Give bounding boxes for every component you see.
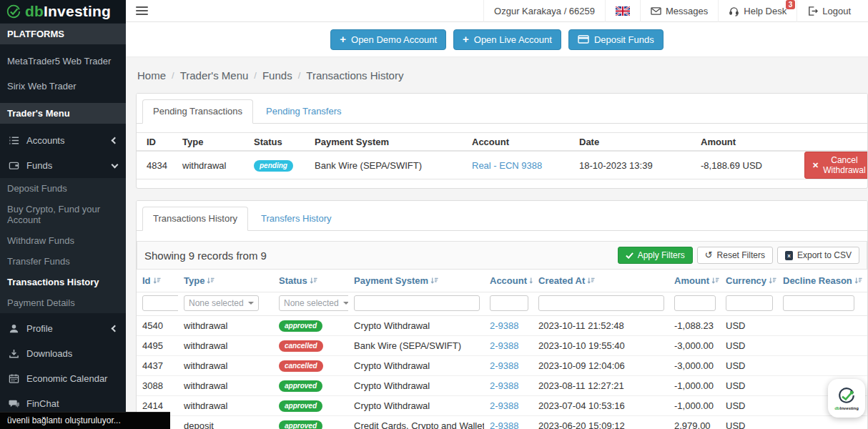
cell-id: 4437: [137, 356, 178, 376]
column-header-id[interactable]: Id: [137, 270, 178, 292]
column-header-amount: Amount: [701, 137, 804, 147]
tab-transfers-history[interactable]: Transfers History: [250, 207, 342, 230]
account-link[interactable]: 2-9388: [490, 340, 518, 351]
logout-button[interactable]: Logout: [797, 0, 861, 22]
cell-amount: -1,000.00: [669, 396, 720, 416]
account-link[interactable]: 2-9388: [490, 380, 518, 391]
filter-id-input[interactable]: [142, 295, 178, 311]
brand-logo-icon: [6, 4, 21, 19]
cell-amount: -8,188.69 USD: [701, 160, 804, 171]
account-link[interactable]: 2-9388: [490, 420, 518, 429]
headset-icon: [729, 6, 739, 16]
cell-amount: -1,088.23: [669, 316, 720, 336]
tab-pending-transfers[interactable]: Pending Transfers: [255, 99, 352, 123]
deposit-funds-button[interactable]: Deposit Funds: [568, 29, 664, 50]
sort-icon: [153, 277, 161, 285]
account-link[interactable]: 2-9388: [490, 360, 518, 371]
column-header-type: Type: [182, 137, 254, 147]
sidebar-item-accounts[interactable]: Accounts: [0, 128, 126, 153]
filter-amount-input[interactable]: [674, 295, 716, 311]
column-header-status[interactable]: Status: [273, 270, 348, 292]
table-row: 4437withdrawalcancelledCrypto Withdrawal…: [137, 356, 867, 376]
tab-pending-transactions[interactable]: Pending Transactions: [142, 99, 253, 124]
sidebar-item-label: Funds: [26, 160, 105, 171]
column-header-account: Account: [472, 137, 579, 147]
cancel-withdrawal-button[interactable]: ✕ Cancel Withdrawal: [804, 152, 868, 179]
filter-payment-system-input[interactable]: [354, 295, 480, 311]
sidebar-item-withdraw-funds[interactable]: Withdraw Funds: [0, 230, 126, 251]
app-window: dbInvesting PLATFORMS MetaTrader5 Web Tr…: [0, 0, 868, 429]
sidebar-item-sirix[interactable]: Sirix Web Trader: [0, 74, 126, 99]
sort-icon: [310, 277, 317, 285]
pending-transactions-card: Pending Transactions Pending Transfers I…: [136, 93, 868, 189]
cell-currency: USD: [720, 316, 777, 336]
account-link[interactable]: 2-9388: [490, 320, 518, 331]
brand-logo[interactable]: dbInvesting: [0, 0, 126, 23]
filter-status-dropdown[interactable]: None selected: [279, 295, 348, 311]
cell-account: 2-9388: [484, 376, 533, 396]
language-selector[interactable]: [605, 0, 640, 22]
help-desk-badge: 3: [786, 0, 796, 9]
account-link[interactable]: Real - ECN 9388: [472, 160, 542, 171]
action-band: + Open Demo Account + Open Live Account …: [126, 22, 868, 57]
export-csv-button[interactable]: x Export to CSV: [777, 247, 859, 264]
sort-icon: [430, 277, 438, 285]
column-header-date: Date: [579, 137, 701, 147]
user-menu[interactable]: Ozgur Karakaya / 66259: [483, 0, 605, 22]
apply-filters-button[interactable]: Apply Filters: [618, 247, 693, 264]
open-live-account-button[interactable]: + Open Live Account: [453, 29, 561, 50]
cell-type: withdrawal: [178, 316, 273, 336]
cell-type: deposit: [178, 416, 273, 429]
column-header-amount[interactable]: Amount: [669, 270, 720, 292]
column-header-created-at[interactable]: Created At: [533, 270, 669, 292]
table-row: 2338depositapprovedCredit Cards, Crypto …: [137, 416, 867, 429]
sidebar-item-funds[interactable]: Funds: [0, 153, 126, 178]
chevron-down-icon: [112, 161, 119, 168]
breadcrumb-home[interactable]: Home: [137, 69, 166, 82]
filter-currency-input[interactable]: [726, 295, 773, 311]
cell-decline-reason: [777, 356, 867, 376]
reset-filters-button[interactable]: ↺ Reset Filters: [697, 247, 773, 264]
sidebar-item-downloads[interactable]: Downloads: [0, 341, 126, 366]
breadcrumb-funds[interactable]: Funds: [262, 69, 292, 82]
account-link[interactable]: 2-9388: [490, 400, 518, 411]
sidebar-item-transactions-history[interactable]: Transactions History: [0, 272, 126, 292]
sidebar-item-transfer-funds[interactable]: Transfer Funds: [0, 251, 126, 272]
breadcrumb-traders-menu[interactable]: Trader's Menu: [180, 69, 249, 82]
cell-amount: -3,000.00: [669, 356, 720, 376]
breadcrumb-current: Transactions History: [306, 69, 403, 82]
sidebar-item-buy-crypto[interactable]: Buy Crypto, Fund your Account: [0, 199, 126, 230]
cell-currency: USD: [720, 376, 777, 396]
sidebar-item-economic-calendar[interactable]: Economic Calendar: [0, 366, 126, 391]
open-demo-account-button[interactable]: + Open Demo Account: [330, 29, 446, 50]
sidebar-header-traders-menu: Trader's Menu: [0, 103, 126, 124]
filter-account-input[interactable]: [490, 295, 528, 311]
tab-transactions-history[interactable]: Transactions History: [142, 207, 248, 231]
filter-type-dropdown[interactable]: None selected: [184, 295, 259, 311]
cell-currency: USD: [720, 356, 777, 376]
column-header-payment-system[interactable]: Payment System: [348, 270, 484, 292]
help-desk-menu[interactable]: Help Desk 3: [718, 0, 797, 22]
messages-label: Messages: [666, 6, 708, 16]
sidebar-item-deposit-funds[interactable]: Deposit Funds: [0, 178, 126, 199]
filter-created-at-input[interactable]: [538, 295, 664, 311]
breadcrumb: Home/ Trader's Menu/ Funds/ Transactions…: [136, 57, 868, 93]
sidebar-item-profile[interactable]: Profile: [0, 316, 126, 341]
hamburger-menu-icon[interactable]: [136, 6, 148, 15]
column-header-type[interactable]: Type: [178, 270, 273, 292]
cell-account: 2-9388: [484, 316, 533, 336]
cell-amount: -3,000.00: [669, 336, 720, 356]
sidebar-item-payment-details[interactable]: Payment Details: [0, 292, 126, 313]
logout-label: Logout: [822, 6, 851, 16]
column-header-account[interactable]: Account: [484, 270, 533, 292]
messages-menu[interactable]: Messages: [640, 0, 718, 22]
chat-widget-button[interactable]: dbInvesting: [828, 379, 865, 418]
column-header-decline-reason[interactable]: Decline Reason: [777, 270, 867, 292]
column-header-currency[interactable]: Currency: [720, 270, 777, 292]
filter-decline-reason-input[interactable]: [783, 295, 854, 311]
list-icon: [9, 135, 19, 146]
sidebar-item-metatrader5[interactable]: MetaTrader5 Web Trader: [0, 49, 126, 74]
cell-payment-system: Crypto Withdrawal: [348, 316, 484, 336]
cell-currency: USD: [720, 416, 777, 429]
status-badge: approved: [279, 380, 322, 392]
